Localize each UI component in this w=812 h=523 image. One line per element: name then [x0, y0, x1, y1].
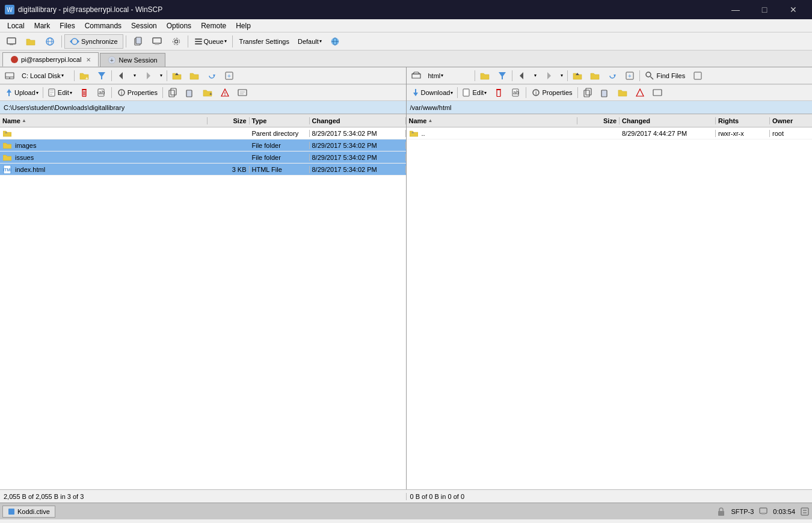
left-filter-btn[interactable]	[93, 69, 110, 82]
left-file-list[interactable]: Name ▲ Size Type Changed	[0, 114, 406, 489]
left-row-indexhtml[interactable]: HTML index.html 3 KB HTML File 8/29/2017…	[0, 164, 406, 176]
right-delete-btn[interactable]	[490, 86, 507, 99]
menu-session[interactable]: Session	[126, 20, 162, 31]
left-delete2-btn[interactable]	[217, 86, 233, 99]
menu-mark[interactable]: Mark	[29, 20, 55, 31]
toolbar-icon5[interactable]	[148, 34, 166, 49]
right-download-btn[interactable]: Download ▾	[408, 86, 457, 99]
right-edit-btn[interactable]: Edit ▾	[459, 86, 490, 99]
toolbar-icon2[interactable]	[22, 34, 40, 49]
right-forward-dropdown[interactable]: ▾	[558, 69, 566, 82]
right-forward-btn[interactable]	[540, 69, 557, 82]
menu-help[interactable]: Help	[231, 20, 256, 31]
menu-files[interactable]: Files	[55, 20, 79, 31]
left-panel-toolbar: C: Local Disk ▾ + ▾ ▾	[0, 67, 406, 84]
right-col-name[interactable]: Name ▲	[407, 117, 578, 124]
left-new-folder-btn2[interactable]: +	[199, 86, 216, 99]
left-forward-dropdown[interactable]: ▾	[157, 69, 165, 82]
left-new-folder-btn[interactable]: +	[76, 69, 93, 82]
right-col-rights[interactable]: Rights	[716, 117, 770, 124]
left-row-parent[interactable]: Parent directory 8/29/2017 5:34:02 PM	[0, 127, 406, 139]
menu-remote[interactable]: Remote	[196, 20, 231, 31]
right-col-owner[interactable]: Owner	[770, 117, 812, 124]
right-extra-btn[interactable]	[689, 69, 706, 82]
right-file-list[interactable]: Name ▲ Size Changed Rights Owner	[407, 114, 813, 489]
menu-options[interactable]: Options	[162, 20, 196, 31]
menu-local[interactable]: Local	[2, 20, 29, 31]
left-copy-btn[interactable]	[164, 86, 181, 99]
left-forward-btn[interactable]	[140, 69, 156, 82]
tab-close-icon[interactable]: ✕	[86, 57, 91, 63]
right-rename-btn[interactable]: ab	[508, 86, 524, 99]
right-new-folder-btn2[interactable]	[614, 86, 631, 99]
queue-button[interactable]: Queue ▾	[191, 35, 230, 48]
right-back-dropdown[interactable]: ▾	[531, 69, 540, 82]
folder-open-icon	[26, 37, 35, 46]
right-filter-btn[interactable]	[494, 69, 511, 82]
right-new-folder-btn[interactable]	[476, 69, 493, 82]
menu-commands[interactable]: Commands	[80, 20, 126, 31]
left-properties-btn[interactable]: i Properties	[113, 86, 161, 99]
transfer-settings-button[interactable]: Transfer Settings	[235, 34, 294, 49]
right-computer-icon-btn[interactable]	[408, 69, 425, 82]
right-root-btn[interactable]	[586, 69, 603, 82]
right-properties2-btn[interactable]	[649, 86, 666, 99]
right-move-btn[interactable]	[597, 86, 614, 99]
left-refresh-btn[interactable]	[203, 69, 220, 82]
left-delete-btn[interactable]	[76, 86, 93, 99]
left-edit-btn[interactable]: Edit ▾	[45, 86, 75, 99]
taskbar-app-item[interactable]: Koddi.ctive	[2, 506, 55, 518]
globe2-icon	[330, 37, 340, 46]
left-drive-dropdown[interactable]: C: Local Disk ▾	[19, 69, 73, 82]
toolbar-icon4[interactable]	[129, 34, 147, 49]
tab-new-session[interactable]: + New Session	[100, 53, 165, 67]
right-delete2-btn[interactable]	[632, 86, 648, 99]
synchronize-button[interactable]: Synchronize	[64, 34, 123, 49]
right-col-size[interactable]: Size	[577, 117, 620, 124]
right-add-btn[interactable]: +	[621, 69, 638, 82]
tab-raspberrypi[interactable]: pi@raspberrypi.local ✕	[2, 52, 99, 67]
right-row0-changed: 8/29/2017 4:44:27 PM	[620, 130, 716, 137]
minimize-button[interactable]: —	[722, 0, 749, 19]
left-col-changed[interactable]: Changed	[310, 117, 406, 124]
left-col-name[interactable]: Name ▲	[0, 117, 208, 124]
svg-line-68	[650, 76, 653, 79]
toolbar-globe[interactable]	[326, 34, 344, 49]
left-root-btn[interactable]	[186, 69, 203, 82]
left-back-dropdown[interactable]: ▾	[131, 69, 139, 82]
right-parent-btn[interactable]	[569, 69, 586, 82]
right-status: 0 B of 0 B in 0 of 0	[407, 493, 813, 500]
left-parent-btn[interactable]	[168, 69, 185, 82]
left-upload-btn[interactable]: Upload ▾	[1, 86, 42, 99]
left-back-btn[interactable]	[113, 69, 130, 82]
left-row-issues[interactable]: issues File folder 8/29/2017 5:34:02 PM	[0, 151, 406, 164]
find-files-btn[interactable]: Find Files	[641, 69, 689, 82]
titlebar-controls[interactable]: — □ ✕	[722, 0, 807, 19]
left-rename-btn[interactable]: ab	[93, 86, 110, 99]
right-copy-btn[interactable]	[579, 86, 596, 99]
maximize-button[interactable]: □	[751, 0, 778, 19]
svg-rect-9	[153, 38, 161, 43]
left-add-drive-btn[interactable]: +	[221, 69, 238, 82]
toolbar-icon3[interactable]	[41, 34, 59, 49]
left-computer-icon-btn[interactable]	[1, 69, 18, 82]
toolbar-icon6[interactable]	[167, 34, 185, 49]
left-row-images[interactable]: images File folder 8/29/2017 5:34:02 PM	[0, 139, 406, 151]
close-button[interactable]: ✕	[780, 0, 807, 19]
left-col-size[interactable]: Size	[208, 117, 250, 124]
globe-icon	[45, 37, 55, 46]
left-move-btn[interactable]	[182, 86, 198, 99]
right-back-btn[interactable]	[514, 69, 531, 82]
svg-point-25	[9, 78, 10, 79]
left-properties2-btn[interactable]	[234, 86, 251, 99]
right-row-parent[interactable]: .. 8/29/2017 4:44:27 PM rwxr-xr-x root	[407, 127, 813, 139]
left-row0-changed: 8/29/2017 5:34:02 PM	[310, 130, 406, 137]
toolbar-icon1[interactable]	[2, 34, 20, 49]
default-dropdown[interactable]: Default ▾	[295, 35, 325, 48]
right-drive-dropdown[interactable]: html ▾	[425, 69, 473, 82]
right-refresh-btn[interactable]	[604, 69, 621, 82]
right-col-changed[interactable]: Changed	[620, 117, 716, 124]
right-properties-btn[interactable]: i Properties	[527, 86, 576, 99]
left-col-type[interactable]: Type	[250, 117, 310, 124]
taskbar-item-label: Koddi.ctive	[17, 508, 50, 515]
